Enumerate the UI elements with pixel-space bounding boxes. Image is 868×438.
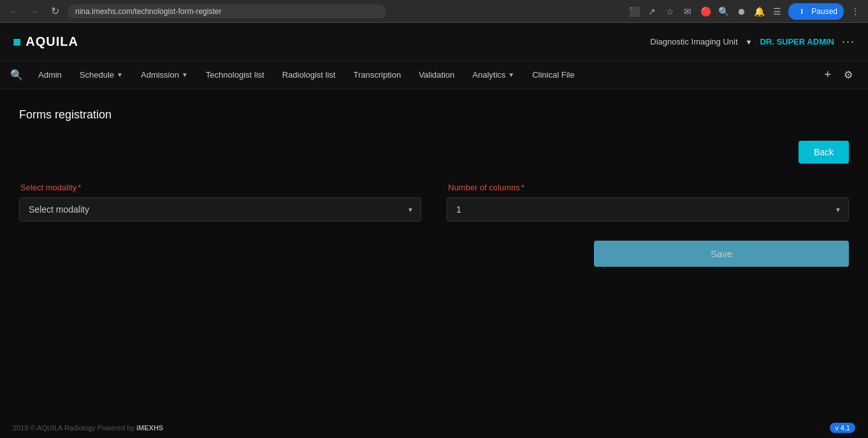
menu-schedule-label: Schedule xyxy=(80,70,114,80)
logo-text: AQUILA xyxy=(25,34,78,49)
cast-icon[interactable]: ⬛ xyxy=(628,5,640,18)
select-modality-wrapper: Select modality xyxy=(19,197,421,222)
schedule-chevron-icon: ▼ xyxy=(117,71,123,78)
menu-validation-label: Validation xyxy=(419,70,454,80)
bookmark-icon[interactable]: ☆ xyxy=(663,5,676,18)
menu-plus-icon[interactable]: + xyxy=(819,66,836,84)
forward-nav-button[interactable]: → xyxy=(27,4,42,19)
menu-dots-icon[interactable]: ⋮ xyxy=(849,5,862,18)
zoom-icon[interactable]: 🔍 xyxy=(717,5,730,18)
paused-badge: I Paused xyxy=(788,3,844,20)
footer: 2019 © AQUILA Radiology Powered by iMEXH… xyxy=(0,418,868,438)
menu-item-admin[interactable]: Admin xyxy=(31,65,69,85)
back-nav-button[interactable]: ← xyxy=(6,4,22,19)
browser-icons: ⬛ ↗ ☆ ✉ 🔴 🔍 ⏺ 🔔 ☰ I Paused ⋮ xyxy=(628,3,862,20)
number-of-columns-label: Number of columns* xyxy=(447,183,849,192)
menu-admission-label: Admission xyxy=(141,70,179,80)
menu-admin-label: Admin xyxy=(38,70,62,80)
unit-chevron-icon[interactable]: ▼ xyxy=(746,38,753,46)
back-button[interactable]: Back xyxy=(799,141,849,164)
page-title: Forms registration xyxy=(19,108,849,122)
ext1-icon[interactable]: 🔴 xyxy=(699,5,712,18)
menu-gear-icon[interactable]: ⚙ xyxy=(839,66,858,83)
menu-item-schedule[interactable]: Schedule ▼ xyxy=(72,65,131,85)
menu-item-transcription[interactable]: Transcription xyxy=(345,65,409,85)
admission-chevron-icon: ▼ xyxy=(182,71,188,78)
select-modality-group: Select modality* Select modality xyxy=(19,183,421,222)
page-content: Forms registration Back Select modality*… xyxy=(0,89,868,286)
logo: ■ AQUILA xyxy=(13,34,78,50)
menu-technologist-label: Technologist list xyxy=(206,70,264,80)
select-modality-dropdown[interactable]: Select modality xyxy=(19,197,421,222)
menu-item-analytics[interactable]: Analytics ▼ xyxy=(465,65,522,85)
admin-name: DR. SUPER ADMIN xyxy=(760,37,834,46)
top-nav-right: Diagnostic Imaging Unit ▼ DR. SUPER ADMI… xyxy=(650,35,855,48)
logo-icon: ■ xyxy=(13,34,22,50)
footer-copyright: 2019 © AQUILA Radiology Powered by iMEXH… xyxy=(13,424,163,432)
menu-clinical-label: Clinical File xyxy=(532,70,574,80)
menu-item-clinical-file[interactable]: Clinical File xyxy=(524,65,582,85)
ext3-icon[interactable]: 🔔 xyxy=(753,5,765,18)
menu-item-validation[interactable]: Validation xyxy=(411,65,462,85)
back-btn-row: Back xyxy=(19,141,849,164)
form-row: Select modality* Select modality Number … xyxy=(19,183,849,222)
menu-item-technologist-list[interactable]: Technologist list xyxy=(198,65,272,85)
share-icon[interactable]: ↗ xyxy=(646,5,658,18)
menu-bar: 🔍 Admin Schedule ▼ Admission ▼ Technolog… xyxy=(0,61,868,89)
save-row: Save xyxy=(19,241,849,267)
number-of-columns-dropdown[interactable]: 1 2 3 xyxy=(447,197,849,222)
menu-transcription-label: Transcription xyxy=(353,70,401,80)
url-bar[interactable] xyxy=(68,4,386,18)
number-of-columns-wrapper: 1 2 3 xyxy=(447,197,849,222)
header-more-icon[interactable]: ··· xyxy=(842,35,855,48)
menu-item-admission[interactable]: Admission ▼ xyxy=(133,65,196,85)
user-avatar: I xyxy=(795,4,809,18)
ext4-icon[interactable]: ☰ xyxy=(770,5,783,18)
search-icon[interactable]: 🔍 xyxy=(10,69,23,81)
menu-analytics-label: Analytics xyxy=(472,70,505,80)
menu-item-radiologist-list[interactable]: Radiologist list xyxy=(275,65,344,85)
menu-radiologist-label: Radiologist list xyxy=(282,70,336,80)
unit-name: Diagnostic Imaging Unit xyxy=(650,37,737,46)
email-icon[interactable]: ✉ xyxy=(681,5,694,18)
select-modality-label: Select modality* xyxy=(19,183,421,192)
footer-brand: iMEXHS xyxy=(136,424,163,432)
analytics-chevron-icon: ▼ xyxy=(508,71,514,78)
ext2-icon[interactable]: ⏺ xyxy=(735,5,748,18)
reload-button[interactable]: ↻ xyxy=(47,4,62,19)
number-of-columns-group: Number of columns* 1 2 3 xyxy=(447,183,849,222)
version-badge: v 4.1 xyxy=(830,423,855,433)
save-button[interactable]: Save xyxy=(594,241,849,267)
paused-label: Paused xyxy=(811,7,837,16)
top-navbar: ■ AQUILA Diagnostic Imaging Unit ▼ DR. S… xyxy=(0,23,868,61)
browser-bar: ← → ↻ ⬛ ↗ ☆ ✉ 🔴 🔍 ⏺ 🔔 ☰ I Paused ⋮ xyxy=(0,0,868,23)
